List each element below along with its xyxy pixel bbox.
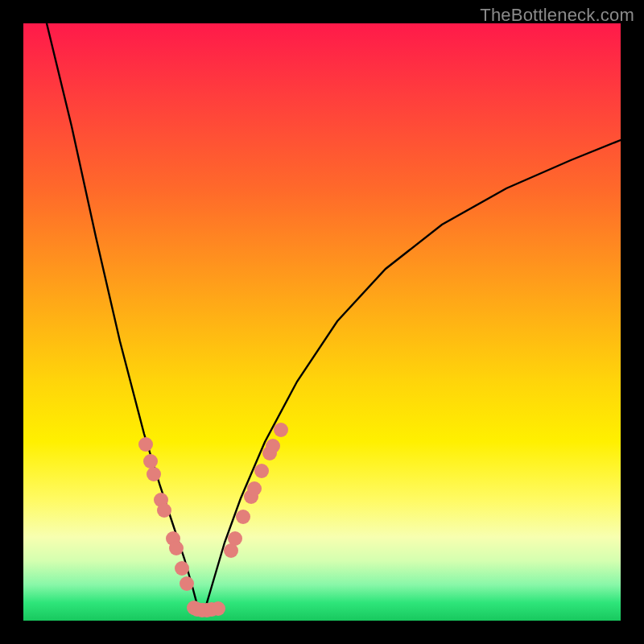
marker-dot — [175, 561, 189, 576]
watermark-text: TheBottleneck.com — [480, 5, 634, 26]
marker-dot — [157, 503, 171, 518]
marker-dot — [224, 543, 238, 558]
marker-dot — [247, 481, 262, 496]
marker-dot — [190, 602, 204, 617]
marker-dot — [169, 541, 184, 555]
marker-group — [138, 423, 288, 617]
marker-dot — [254, 464, 269, 478]
marker-dot — [228, 531, 242, 546]
marker-dot — [143, 454, 158, 469]
plot-area — [23, 23, 621, 621]
marker-dot — [274, 423, 288, 437]
marker-dot — [154, 493, 168, 507]
marker-dot — [195, 603, 209, 617]
marker-dot — [262, 446, 277, 460]
marker-dot — [266, 439, 280, 453]
marker-dot — [200, 603, 214, 617]
marker-dot — [236, 510, 250, 524]
marker-dot — [147, 467, 161, 481]
marker-dot — [138, 437, 153, 452]
bottleneck-curve — [47, 23, 621, 611]
marker-dot — [166, 531, 180, 546]
marker-dot — [204, 602, 219, 617]
marker-dot — [244, 489, 258, 504]
marker-dot — [211, 601, 225, 616]
marker-dot — [187, 601, 201, 615]
chart-frame: TheBottleneck.com — [0, 0, 644, 644]
chart-svg — [23, 23, 621, 621]
marker-dot — [180, 576, 194, 591]
